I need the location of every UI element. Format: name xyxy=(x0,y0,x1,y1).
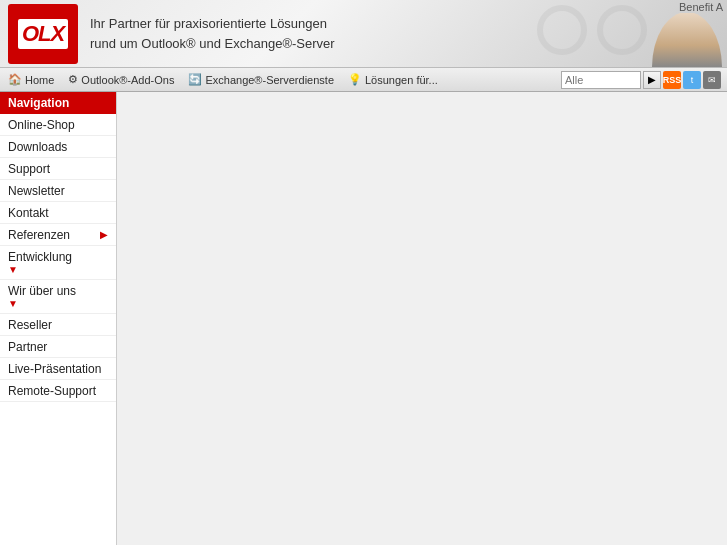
nav-solutions-label: Lösungen für... xyxy=(365,74,438,86)
sidebar-item-kontakt[interactable]: Kontakt xyxy=(0,202,116,224)
search-input[interactable] xyxy=(561,71,641,89)
header-person-area: Benefit A xyxy=(607,0,727,67)
sidebar-item-partner-label: Partner xyxy=(8,340,47,354)
sidebar-item-reseller-label: Reseller xyxy=(8,318,52,332)
sidebar-item-live-praesentation[interactable]: Live-Präsentation xyxy=(0,358,116,380)
sidebar-item-referenzen[interactable]: Referenzen ▶ xyxy=(0,224,116,246)
main-layout: Navigation Online-Shop Downloads Support… xyxy=(0,92,727,545)
sidebar-item-reseller[interactable]: Reseller xyxy=(0,314,116,336)
sidebar: Navigation Online-Shop Downloads Support… xyxy=(0,92,117,545)
sidebar-item-remote-support-label: Remote-Support xyxy=(8,384,96,398)
referenzen-arrow-icon: ▶ xyxy=(100,229,108,240)
content-area xyxy=(117,92,727,545)
logo-text: OLX xyxy=(22,21,64,47)
email-icon[interactable]: ✉ xyxy=(703,71,721,89)
sidebar-item-newsletter[interactable]: Newsletter xyxy=(0,180,116,202)
nav-bar: 🏠 Home ⚙ Outlook®-Add-Ons 🔄 Exchange®-Se… xyxy=(0,68,727,92)
sidebar-item-referenzen-label: Referenzen xyxy=(8,228,70,242)
benefit-label: Benefit A xyxy=(679,0,727,13)
outlook-icon: ⚙ xyxy=(68,73,78,86)
nav-outlook-addons[interactable]: ⚙ Outlook®-Add-Ons xyxy=(62,70,180,90)
search-button[interactable]: ▶ xyxy=(643,71,661,89)
sidebar-item-wir-ueber-uns[interactable]: Wir über uns ▼ xyxy=(0,280,116,314)
sidebar-item-entwicklung-label: Entwicklung xyxy=(8,250,72,264)
logo: OLX xyxy=(8,4,78,64)
sidebar-item-support[interactable]: Support xyxy=(0,158,116,180)
sidebar-item-entwicklung[interactable]: Entwicklung ▼ xyxy=(0,246,116,280)
sidebar-item-kontakt-label: Kontakt xyxy=(8,206,49,220)
twitter-icon[interactable]: t xyxy=(683,71,701,89)
sidebar-item-online-shop-label: Online-Shop xyxy=(8,118,75,132)
nav-outlook-label: Outlook®-Add-Ons xyxy=(81,74,174,86)
header-banner: OLX Ihr Partner für praxisorientierte Lö… xyxy=(0,0,727,68)
sidebar-header: Navigation xyxy=(0,92,116,114)
sidebar-item-wir-ueber-uns-label: Wir über uns xyxy=(8,284,76,298)
sidebar-item-remote-support[interactable]: Remote-Support xyxy=(0,380,116,402)
sidebar-header-label: Navigation xyxy=(8,96,69,110)
search-area: ▶ xyxy=(561,71,661,89)
exchange-icon: 🔄 xyxy=(188,73,202,86)
sidebar-item-live-praesentation-label: Live-Präsentation xyxy=(8,362,101,376)
person-silhouette xyxy=(647,13,727,67)
home-icon: 🏠 xyxy=(8,73,22,86)
rss-icon[interactable]: RSS xyxy=(663,71,681,89)
sidebar-item-newsletter-label: Newsletter xyxy=(8,184,65,198)
sidebar-item-online-shop[interactable]: Online-Shop xyxy=(0,114,116,136)
nav-exchange-services[interactable]: 🔄 Exchange®-Serverdienste xyxy=(182,70,340,90)
nav-home[interactable]: 🏠 Home xyxy=(2,70,60,90)
sidebar-item-support-label: Support xyxy=(8,162,50,176)
wir-ueber-uns-sub-arrow-icon: ▼ xyxy=(8,298,18,309)
solutions-icon: 💡 xyxy=(348,73,362,86)
nav-home-label: Home xyxy=(25,74,54,86)
nav-exchange-label: Exchange®-Serverdienste xyxy=(205,74,334,86)
sidebar-item-downloads-label: Downloads xyxy=(8,140,67,154)
entwicklung-sub-arrow-icon: ▼ xyxy=(8,264,18,275)
watermark-1 xyxy=(537,5,587,55)
nav-solutions[interactable]: 💡 Lösungen für... xyxy=(342,70,444,90)
nav-icons-right: RSS t ✉ xyxy=(663,71,725,89)
sidebar-item-downloads[interactable]: Downloads xyxy=(0,136,116,158)
sidebar-item-partner[interactable]: Partner xyxy=(0,336,116,358)
